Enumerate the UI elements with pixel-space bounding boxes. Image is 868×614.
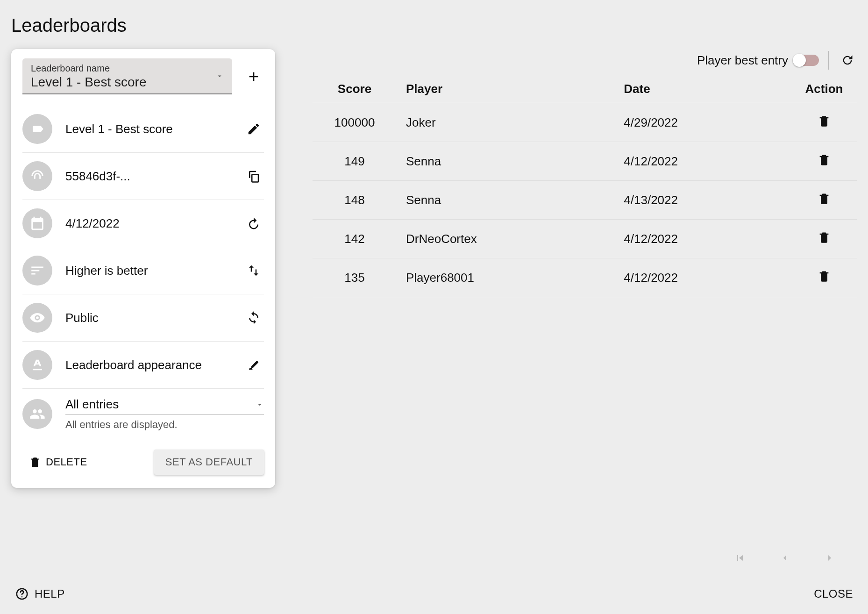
delete-entry-button[interactable] [815, 267, 833, 286]
cell-player: Joker [397, 103, 614, 142]
leaderboard-id-value: 55846d3f-... [65, 169, 230, 184]
delete-entry-button[interactable] [815, 112, 833, 130]
edit-appearance-button[interactable] [243, 355, 264, 375]
leaderboard-select[interactable]: Leaderboard name Level 1 - Best score [22, 58, 232, 94]
visibility-value: Public [65, 311, 230, 325]
table-row: 142DrNeoCortex4/12/2022 [313, 220, 857, 258]
refresh-date-button[interactable] [243, 213, 264, 234]
edit-name-button[interactable] [243, 119, 264, 139]
col-date: Date [614, 75, 791, 103]
col-action: Action [791, 75, 857, 103]
sort-icon [22, 256, 52, 286]
cell-score: 142 [313, 220, 397, 258]
close-button[interactable]: CLOSE [814, 587, 853, 600]
settings-panel: Leaderboard name Level 1 - Best score Le… [11, 49, 275, 488]
entries-filter-note: All entries are displayed. [65, 419, 264, 431]
appearance-label: Leaderboard appearance [65, 358, 230, 372]
page-title: Leaderboards [11, 15, 857, 36]
col-score: Score [313, 75, 397, 103]
people-icon [22, 399, 52, 429]
col-player: Player [397, 75, 614, 103]
copy-id-button[interactable] [243, 166, 264, 186]
set-default-button[interactable]: SET AS DEFAULT [154, 450, 264, 475]
entries-filter-value: All entries [65, 397, 119, 412]
cell-date: 4/12/2022 [614, 142, 791, 181]
delete-entry-button[interactable] [815, 189, 833, 208]
table-row: 135Player680014/12/2022 [313, 258, 857, 297]
delete-button[interactable]: DELETE [22, 451, 94, 473]
help-button[interactable]: HELP [15, 587, 65, 601]
eye-icon [22, 303, 52, 333]
first-page-button[interactable] [732, 550, 748, 566]
set-default-button-label: SET AS DEFAULT [165, 456, 253, 468]
svg-rect-0 [252, 174, 258, 182]
cell-date: 4/29/2022 [614, 103, 791, 142]
leaderboard-date-value: 4/12/2022 [65, 216, 230, 231]
help-label: HELP [35, 587, 65, 600]
cell-player: Player68001 [397, 258, 614, 297]
cell-player: DrNeoCortex [397, 220, 614, 258]
entries-filter-select[interactable]: All entries [65, 397, 264, 415]
delete-entry-button[interactable] [815, 228, 833, 247]
cell-score: 135 [313, 258, 397, 297]
cell-player: Senna [397, 181, 614, 220]
chevron-down-icon [215, 72, 224, 80]
cell-player: Senna [397, 142, 614, 181]
chevron-down-icon [256, 400, 264, 409]
cell-date: 4/12/2022 [614, 220, 791, 258]
delete-button-label: DELETE [46, 456, 87, 468]
cell-date: 4/13/2022 [614, 181, 791, 220]
sync-visibility-button[interactable] [243, 307, 264, 328]
prev-page-button[interactable] [776, 550, 793, 566]
cell-score: 149 [313, 142, 397, 181]
table-row: 149Senna4/12/2022 [313, 142, 857, 181]
cell-date: 4/12/2022 [614, 258, 791, 297]
add-leaderboard-button[interactable] [243, 66, 264, 87]
format-icon [22, 350, 52, 380]
label-icon [22, 114, 52, 144]
close-label: CLOSE [814, 587, 853, 600]
delete-entry-button[interactable] [815, 150, 833, 169]
entries-table: Score Player Date Action 100000Joker4/29… [313, 75, 857, 297]
sort-value: Higher is better [65, 264, 230, 278]
fingerprint-icon [22, 161, 52, 191]
table-row: 148Senna4/13/2022 [313, 181, 857, 220]
svg-point-2 [21, 596, 23, 598]
player-best-entry-label: Player best entry [697, 53, 788, 68]
next-page-button[interactable] [821, 550, 838, 566]
leaderboard-select-value: Level 1 - Best score [31, 75, 224, 90]
leaderboard-name-value: Level 1 - Best score [65, 122, 230, 136]
leaderboard-select-label: Leaderboard name [31, 63, 224, 74]
cell-score: 100000 [313, 103, 397, 142]
swap-sort-button[interactable] [243, 260, 264, 281]
player-best-entry-toggle[interactable] [794, 55, 819, 66]
cell-score: 148 [313, 181, 397, 220]
pagination [313, 531, 857, 566]
separator [828, 51, 829, 70]
calendar-icon [22, 208, 52, 238]
table-row: 100000Joker4/29/2022 [313, 103, 857, 142]
refresh-entries-button[interactable] [838, 51, 857, 70]
